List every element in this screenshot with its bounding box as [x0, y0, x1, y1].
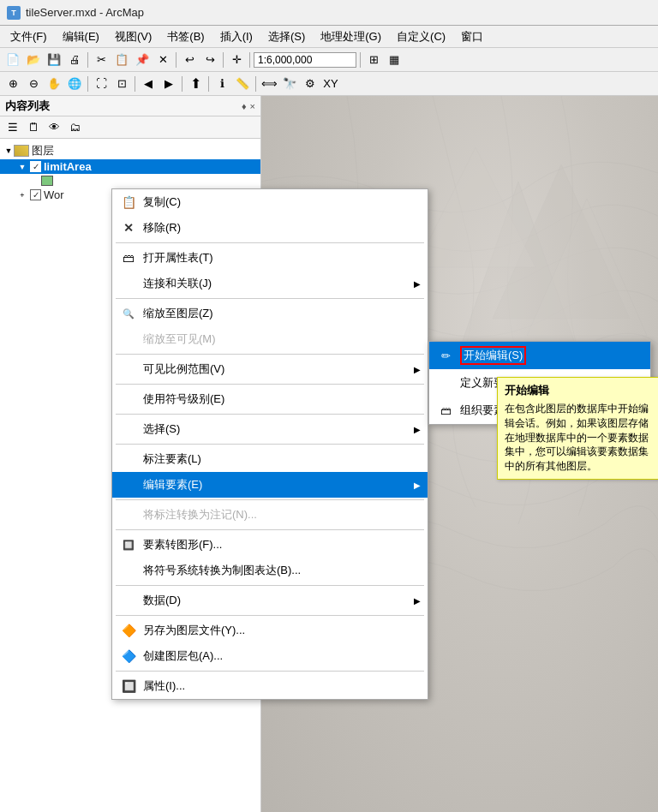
select-arrow-btn[interactable]: ⬆ [186, 75, 205, 93]
ctx-symbol-level[interactable]: 使用符号级别(E) [112, 386, 428, 412]
menu-file[interactable]: 文件(F) [3, 27, 54, 46]
save-layer-icon: 🔶 [119, 621, 138, 640]
title-bar-text: tileServer.mxd - ArcMap [26, 6, 144, 19]
create-pkg-icon: 🔷 [119, 647, 138, 666]
ctx-open-attr[interactable]: 🗃 打开属性表(T) [112, 245, 428, 271]
attr-icon: 🗃 [119, 248, 138, 267]
sep8 [182, 76, 182, 92]
ctx-remove[interactable]: ✕ 移除(R) [112, 215, 428, 241]
undo-btn[interactable]: ↩ [180, 51, 199, 69]
menu-view[interactable]: 视图(V) [108, 27, 159, 46]
limit-area-row[interactable]: ▼ limitArea [0, 159, 260, 174]
binoculars-btn[interactable]: 🔭 [280, 75, 299, 93]
ctx-symbol-convert-label: 将符号系统转换为制图表达(B)... [143, 563, 421, 578]
limitarea-expand-icon[interactable]: ▼ [17, 162, 27, 172]
ctx-scale-range[interactable]: 可见比例范围(V) ▶ [112, 356, 428, 382]
toc-pin-btn[interactable]: ♦ [242, 101, 247, 111]
ctx-zoom-label: 缩放至图层(Z) [143, 306, 421, 321]
paste-btn[interactable]: 📌 [133, 51, 152, 69]
ctx-data[interactable]: 数据(D) ▶ [112, 588, 428, 613]
copy-btn[interactable]: 📋 [112, 51, 131, 69]
ctx-copy-label: 复制(C) [143, 194, 421, 210]
ctx-edit-features[interactable]: 编辑要素(E) ▶ [112, 472, 428, 498]
ctx-create-pkg[interactable]: 🔷 创建图层包(A)... [112, 643, 428, 669]
toolbar-standard: 📄 📂 💾 🖨 ✂ 📋 📌 ✕ ↩ ↪ ✛ 1:6,000,000 ⊞ ▦ [0, 48, 658, 72]
menu-edit[interactable]: 编辑(E) [56, 27, 106, 46]
ctx-select[interactable]: 选择(S) ▶ [112, 416, 428, 442]
measure-btn[interactable]: 📏 [233, 75, 252, 93]
toc-list-btn[interactable]: ☰ [3, 118, 22, 137]
menu-window[interactable]: 窗口 [454, 27, 490, 46]
menu-insert[interactable]: 插入(I) [213, 27, 260, 46]
ctx-sep2 [116, 298, 424, 299]
full-extent-btn[interactable]: ⛶ [92, 75, 111, 93]
ctx-properties[interactable]: 🔲 属性(I)... [112, 673, 428, 699]
define-new-icon [436, 373, 455, 392]
pan-add-btn[interactable]: ✛ [227, 51, 246, 69]
group-label: 图层 [32, 143, 54, 158]
ctx-label[interactable]: 标注要素(L) [112, 446, 428, 472]
zoom-visible-icon [119, 330, 138, 349]
layer-group-row[interactable]: ▼ 图层 [0, 142, 260, 159]
ctx-sep8 [116, 529, 424, 530]
ctx-join[interactable]: 连接和关联(J) ▶ [112, 271, 428, 296]
context-menu: 📋 复制(C) ✕ 移除(R) 🗃 打开属性表(T) 连接和关联(J) ▶ 🔍 … [111, 188, 428, 700]
scale-box[interactable]: 1:6,000,000 [254, 52, 356, 68]
zoom-out-btn[interactable]: ⊖ [24, 75, 43, 93]
toc-close-btn[interactable]: × [250, 101, 255, 111]
grid-btn[interactable]: ⊞ [364, 51, 383, 69]
group-expand-icon[interactable]: ▼ [3, 146, 14, 156]
ctx-remove-label: 移除(R) [143, 220, 421, 236]
info-btn[interactable]: ℹ [212, 75, 231, 93]
limitarea-checkbox[interactable] [30, 161, 41, 172]
fit-btn[interactable]: ⊡ [112, 75, 131, 93]
prev-extent-btn[interactable]: ◀ [139, 75, 158, 93]
ctx-zoom-to[interactable]: 🔍 缩放至图层(Z) [112, 301, 428, 326]
ctx-convert-symbol[interactable]: 将符号系统转换为制图表达(B)... [112, 558, 428, 583]
ctx-save-layer[interactable]: 🔶 另存为图层文件(Y)... [112, 618, 428, 643]
graphic-btn[interactable]: ⚙ [301, 75, 320, 93]
ctx-sep9 [116, 585, 424, 586]
redo-btn[interactable]: ↪ [200, 51, 219, 69]
delete-btn[interactable]: ✕ [153, 51, 172, 69]
ctx-sep7 [116, 499, 424, 500]
scale-arrow: ▶ [414, 365, 421, 374]
ctx-sep6 [116, 444, 424, 445]
menu-select[interactable]: 选择(S) [261, 27, 312, 46]
ctx-convert-graphic[interactable]: 🔲 要素转图形(F)... [112, 532, 428, 558]
pan-btn[interactable]: ✋ [45, 75, 63, 93]
new-btn[interactable]: 📄 [3, 51, 22, 69]
properties-icon: 🔲 [119, 677, 138, 696]
globe-btn[interactable]: 🌐 [65, 75, 84, 93]
join-arrow: ▶ [414, 279, 421, 289]
copy-icon: 📋 [119, 193, 138, 212]
sep4 [249, 52, 250, 68]
next-extent-btn[interactable]: ▶ [159, 75, 178, 93]
menu-geoprocessing[interactable]: 地理处理(G) [314, 27, 388, 46]
toolbar-navigation: ⊕ ⊖ ✋ 🌐 ⛶ ⊡ ◀ ▶ ⬆ ℹ 📏 ⟺ 🔭 ⚙ XY [0, 72, 658, 96]
menu-bookmark[interactable]: 书签(B) [160, 27, 211, 46]
toc-source-btn[interactable]: 🗒 [24, 118, 43, 137]
world-expand-icon[interactable]: + [17, 190, 27, 200]
cut-btn[interactable]: ✂ [92, 51, 111, 69]
open-btn[interactable]: 📂 [24, 51, 43, 69]
ctx-select-label: 选择(S) [143, 421, 414, 437]
submenu-start-edit[interactable]: ✏ 开始编辑(S) [429, 342, 650, 369]
toc-visibility-btn[interactable]: 👁 [45, 118, 63, 137]
ctx-annot-label: 将标注转换为注记(N)... [143, 507, 421, 522]
print-btn[interactable]: 🖨 [65, 51, 84, 69]
ctx-copy[interactable]: 📋 复制(C) [112, 189, 428, 215]
world-checkbox[interactable] [30, 189, 41, 200]
ctx-sep10 [116, 615, 424, 616]
zoom-in-btn[interactable]: ⊕ [3, 75, 22, 93]
remove-icon: ✕ [119, 218, 138, 237]
xy-btn[interactable]: XY [321, 75, 340, 93]
ctx-graphic-label: 要素转图形(F)... [143, 537, 421, 552]
app-icon: T [7, 6, 21, 20]
save-btn[interactable]: 💾 [45, 51, 63, 69]
move-btn[interactable]: ⟺ [260, 75, 278, 93]
layout-btn[interactable]: ▦ [385, 51, 404, 69]
ctx-attr-label: 打开属性表(T) [143, 250, 421, 266]
menu-customize[interactable]: 自定义(C) [390, 27, 452, 46]
toc-select-btn[interactable]: 🗂 [65, 118, 84, 137]
